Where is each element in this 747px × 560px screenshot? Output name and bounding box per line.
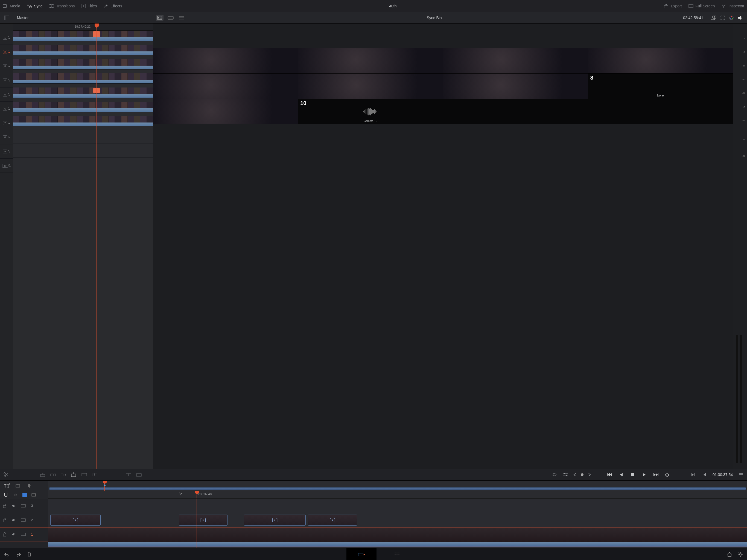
timeline-menu-button[interactable] [738, 472, 744, 478]
chevron-down-icon[interactable] [179, 492, 183, 495]
track-video-1[interactable] [19, 533, 28, 536]
delete-button[interactable] [27, 552, 32, 557]
viewer-timecode[interactable]: 02:42:58:41 [680, 16, 706, 20]
tab-effects[interactable]: Effects [103, 4, 122, 8]
tab-sync[interactable]: Sync [27, 4, 42, 8]
track-lock-3[interactable] [0, 504, 9, 508]
marker-button[interactable] [22, 493, 27, 497]
multiview-cell-6[interactable]: 6Camera 6 [298, 74, 443, 99]
timeline-body-playhead[interactable] [197, 499, 197, 548]
track-v2-lane[interactable]: [ • ][ • ][ • ][ • ] [48, 513, 747, 527]
source-clip-strip-1[interactable] [13, 31, 153, 41]
fullscreen-button[interactable]: Full Screen [689, 4, 715, 8]
page-cut[interactable] [346, 548, 377, 560]
smart-insert-button[interactable] [40, 472, 46, 478]
inspector-button[interactable]: Inspector [721, 4, 744, 8]
v1-base-clip[interactable] [48, 528, 747, 542]
undo-button[interactable] [4, 552, 10, 557]
tab-titles[interactable]: T Titles [81, 4, 97, 8]
loop-button[interactable] [664, 472, 670, 478]
track-video-3[interactable] [19, 504, 28, 508]
safe-area-button[interactable] [720, 15, 725, 20]
track-video-2[interactable] [19, 518, 28, 522]
dual-viewer-button[interactable] [711, 16, 716, 20]
track-lock-2[interactable] [0, 518, 9, 522]
home-button[interactable] [727, 552, 732, 557]
snap-button[interactable] [3, 492, 8, 498]
timeline-clip[interactable]: [ • ] [244, 515, 306, 526]
cut-tool[interactable] [136, 472, 142, 478]
track-number-label[interactable]: 2 [28, 518, 36, 522]
stop-button[interactable] [629, 472, 636, 478]
next-clip-button[interactable] [690, 472, 696, 478]
settings-button[interactable] [738, 552, 743, 557]
track-number-label[interactable]: 3 [28, 504, 36, 508]
view-list-button[interactable] [178, 15, 185, 21]
next-edit-button[interactable] [586, 472, 593, 478]
multiview-cell-7[interactable]: 7Camera 7 [443, 74, 588, 99]
multiview-cell-8[interactable]: 8None [588, 74, 733, 99]
multiview-cell-1[interactable]: 1Camera 1 [153, 48, 298, 73]
track-mute-3[interactable] [9, 504, 19, 508]
track-v3-lane[interactable] [48, 499, 747, 513]
source-track-selector-9[interactable]: 9 [0, 144, 13, 159]
overview-playhead[interactable] [104, 481, 105, 491]
track-mute-1[interactable] [9, 532, 19, 536]
source-track-selector-4[interactable]: 4 [0, 73, 13, 87]
scopes-button[interactable] [729, 15, 734, 20]
append-button[interactable] [50, 472, 56, 478]
page-edit[interactable] [382, 548, 412, 560]
source-playhead[interactable] [97, 24, 97, 469]
source-track-selector-3[interactable]: 3 [0, 59, 13, 73]
audio-only-button[interactable] [27, 483, 32, 489]
bin-sidebar-toggle[interactable] [0, 12, 13, 23]
track-mute-2[interactable] [9, 518, 19, 522]
timeline-clip[interactable]: [ • ] [179, 515, 228, 526]
multiview-cell-3[interactable]: 3Camera 3 [443, 48, 588, 73]
multiview-cell-5[interactable]: 5Camera 5 [153, 74, 298, 99]
prev-clip-button[interactable] [701, 472, 707, 478]
source-track-selector-8[interactable]: 8 [0, 130, 13, 144]
flag-button[interactable] [31, 493, 36, 497]
source-overwrite-button[interactable] [91, 472, 98, 478]
record-timecode[interactable]: 01:30:37;54 [711, 473, 735, 477]
source-clip-strip-4[interactable] [13, 73, 153, 84]
source-clip-strip-5[interactable] [13, 87, 153, 98]
transition-tool[interactable] [125, 472, 132, 478]
split-tool[interactable] [3, 472, 9, 478]
prev-edit-button[interactable] [571, 472, 578, 478]
timeline-playhead[interactable] [197, 491, 197, 499]
source-clip-strip-6[interactable] [13, 102, 153, 112]
track-lock-1[interactable] [0, 532, 9, 536]
source-clip-strip-2[interactable] [13, 45, 153, 55]
mute-button[interactable] [738, 15, 743, 20]
source-track-selector-7[interactable]: 7 [0, 116, 13, 130]
view-thumbnails-button[interactable] [156, 15, 163, 21]
ripple-button[interactable] [60, 472, 67, 478]
source-track-selector-5[interactable]: 5 [0, 87, 13, 102]
export-button[interactable]: Export [664, 4, 681, 8]
tab-transitions[interactable]: Transitions [49, 4, 75, 8]
source-track-selector-1[interactable]: 1 [0, 31, 13, 45]
source-tape-area[interactable]: 19:27:40;22 [13, 24, 153, 469]
tools-button[interactable] [562, 472, 569, 478]
play-button[interactable] [641, 472, 647, 478]
multiview-cell-10[interactable]: 10Camera 10 [298, 99, 443, 124]
multiview-cell-9[interactable]: 9Camera 9 [153, 99, 298, 124]
view-strip-button[interactable] [167, 15, 175, 21]
source-track-selector-10[interactable]: 10 [0, 159, 13, 173]
multiview-cell-4[interactable]: 4Camera 4 [588, 48, 733, 73]
timeline-clip[interactable]: [ • ] [308, 515, 357, 526]
closeup-button[interactable] [71, 472, 77, 478]
goto-start-button[interactable] [607, 472, 613, 478]
source-track-selector-6[interactable]: 6 [0, 102, 13, 116]
bin-path[interactable]: Master [13, 16, 153, 20]
source-track-selector-2[interactable]: 2 [0, 45, 13, 59]
source-clip-strip-3[interactable] [13, 59, 153, 70]
goto-end-button[interactable] [652, 472, 659, 478]
place-on-top-button[interactable] [81, 472, 87, 478]
track-number-label[interactable]: 1 [28, 532, 36, 536]
timeline-clip[interactable]: [ • ] [50, 515, 101, 526]
timeline-ruler[interactable]: 01:30:37;48 [48, 491, 747, 499]
timeline-body[interactable]: [ • ][ • ][ • ][ • ] [48, 499, 747, 548]
